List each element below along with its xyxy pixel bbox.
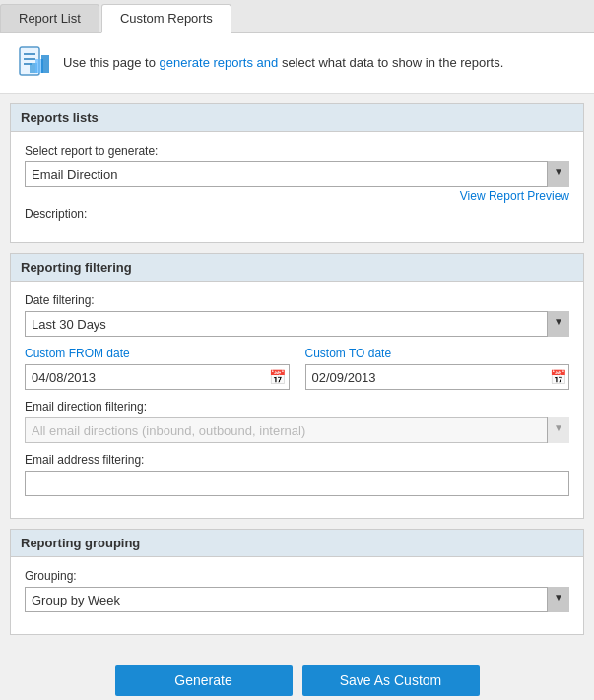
custom-from-date-field: Custom FROM date 📅	[25, 347, 290, 390]
report-icon	[16, 45, 51, 81]
email-address-label: Email address filtering:	[25, 453, 569, 467]
email-address-input[interactable]	[25, 471, 569, 496]
filtering-section-body: Date filtering: Last 30 DaysLast 7 DaysL…	[11, 282, 583, 518]
date-filter-label: Date filtering:	[25, 293, 569, 307]
report-select-label: Select report to generate:	[25, 144, 569, 158]
grouping-label: Grouping:	[25, 569, 569, 583]
grouping-section: Reporting grouping Grouping: Group by We…	[10, 529, 584, 635]
report-select-wrapper: Email Direction	[25, 161, 569, 187]
svg-rect-6	[41, 55, 49, 73]
custom-to-date-input[interactable]	[305, 364, 570, 390]
date-filter-select-wrapper: Last 30 DaysLast 7 DaysLast 90 DaysCusto…	[25, 311, 569, 337]
custom-to-calendar-icon[interactable]: 📅	[548, 367, 567, 387]
page-content: Reports lists Select report to generate:…	[0, 94, 594, 655]
tab-report-list[interactable]: Report List	[0, 4, 99, 32]
custom-to-date-field: Custom TO date 📅	[305, 347, 570, 390]
tab-bar: Report List Custom Reports	[0, 0, 594, 33]
view-report-preview-link[interactable]: View Report Preview	[25, 189, 569, 203]
email-direction-row: Email direction filtering: All email dir…	[25, 400, 569, 443]
reports-section-body: Select report to generate: Email Directi…	[11, 132, 583, 242]
header-info: Use this page to generate reports and se…	[0, 33, 594, 94]
custom-to-date-input-wrapper: 📅	[305, 364, 570, 390]
save-as-custom-button[interactable]: Save As Custom	[302, 665, 480, 696]
grouping-select[interactable]: Group by WeekGroup by DayGroup by Month	[25, 587, 569, 612]
svg-rect-1	[24, 53, 35, 55]
header-description: Use this page to generate reports and se…	[63, 54, 503, 72]
footer-buttons: Generate Save As Custom	[0, 655, 594, 700]
grouping-section-body: Grouping: Group by WeekGroup by DayGroup…	[11, 557, 583, 634]
email-direction-label: Email direction filtering:	[25, 400, 569, 414]
generate-reports-link[interactable]: generate reports and	[160, 55, 279, 70]
custom-from-date-input[interactable]	[25, 364, 290, 390]
reports-section-header: Reports lists	[11, 104, 583, 132]
filtering-section: Reporting filtering Date filtering: Last…	[10, 253, 584, 519]
date-filter-row: Date filtering: Last 30 DaysLast 7 DaysL…	[25, 293, 569, 337]
custom-from-calendar-icon[interactable]: 📅	[268, 367, 288, 387]
reports-section: Reports lists Select report to generate:…	[10, 103, 584, 243]
description-row: Description:	[25, 207, 569, 221]
report-select-row: Select report to generate: Email Directi…	[25, 144, 569, 221]
grouping-row: Grouping: Group by WeekGroup by DayGroup…	[25, 569, 569, 612]
custom-to-date-label: Custom TO date	[305, 347, 570, 360]
tab-custom-reports[interactable]: Custom Reports	[101, 4, 231, 33]
custom-from-date-label: Custom FROM date	[25, 347, 290, 360]
email-address-row: Email address filtering:	[25, 453, 569, 496]
date-filter-select[interactable]: Last 30 DaysLast 7 DaysLast 90 DaysCusto…	[25, 311, 569, 337]
email-direction-select[interactable]: All email directions (inbound, outbound,…	[25, 417, 569, 443]
grouping-section-header: Reporting grouping	[11, 530, 583, 557]
filtering-section-header: Reporting filtering	[11, 254, 583, 282]
svg-rect-2	[24, 58, 35, 60]
grouping-select-wrapper: Group by WeekGroup by DayGroup by Month	[25, 587, 569, 612]
report-select[interactable]: Email Direction	[25, 161, 569, 187]
generate-button[interactable]: Generate	[115, 665, 293, 696]
custom-date-row: Custom FROM date 📅 Custom TO date 📅	[25, 347, 569, 390]
custom-from-date-input-wrapper: 📅	[25, 364, 290, 390]
email-direction-select-wrapper: All email directions (inbound, outbound,…	[25, 417, 569, 443]
